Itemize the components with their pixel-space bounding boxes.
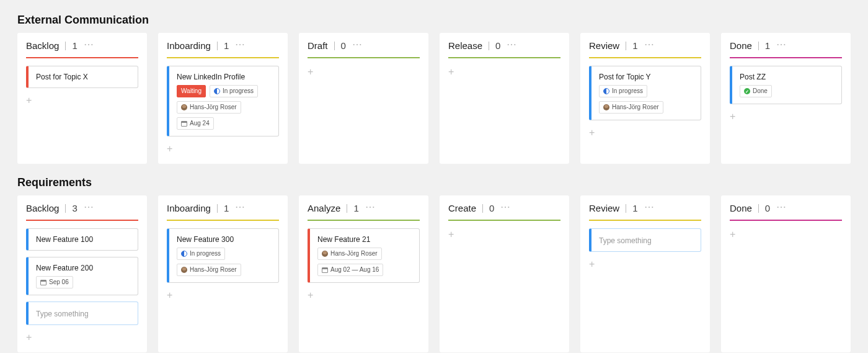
avatar-icon (603, 104, 609, 110)
add-card-button[interactable]: + (730, 110, 842, 123)
ellipsis-icon[interactable]: ⋯ (365, 202, 376, 212)
kanban-column: Review1⋯Post for Topic YIn progressHans-… (580, 33, 710, 164)
ellipsis-icon[interactable]: ⋯ (352, 40, 363, 50)
board-title: External Communication (17, 14, 851, 27)
add-card-button[interactable]: + (308, 66, 420, 78)
card-title: Post for Topic X (36, 73, 130, 81)
column-count: 1 (224, 203, 229, 213)
separator (334, 42, 335, 50)
column-underline (308, 220, 420, 221)
tag-text: Aug 24 (190, 118, 210, 128)
progress-icon (603, 88, 609, 94)
column-count: 1 (353, 203, 358, 213)
separator (65, 204, 66, 213)
add-card-button[interactable]: + (589, 258, 701, 270)
card[interactable]: New Feature 300In progressHans-Jörg Rose… (167, 228, 279, 283)
progress-icon (214, 88, 220, 94)
add-card-button[interactable]: + (167, 143, 279, 155)
tag-text: Hans-Jörg Roser (190, 265, 237, 275)
ellipsis-icon[interactable]: ⋯ (235, 202, 246, 212)
card[interactable]: Post for Topic X (26, 66, 138, 88)
column-header: Create0⋯ (448, 203, 560, 213)
column-header: Draft0⋯ (308, 40, 420, 51)
column-name: Inboarding (167, 203, 211, 213)
assignee-tag[interactable]: Hans-Jörg Roser (317, 248, 382, 260)
column-header: Done1⋯ (730, 40, 842, 51)
ellipsis-icon[interactable]: ⋯ (500, 202, 511, 212)
card[interactable]: New Feature 100 (26, 228, 138, 251)
status-tag-waiting[interactable]: Waiting (177, 85, 206, 97)
done-check-icon (744, 88, 750, 94)
column-header: Inboarding1⋯ (167, 40, 279, 51)
separator (347, 204, 347, 213)
column-underline (167, 220, 279, 221)
add-card-button[interactable]: + (730, 228, 842, 241)
kanban-column: Analyze1⋯New Feature 21Hans-Jörg RoserAu… (299, 195, 428, 352)
card-title: New Feature 21 (317, 235, 412, 244)
ellipsis-icon[interactable]: ⋯ (644, 202, 655, 212)
ellipsis-icon[interactable]: ⋯ (644, 40, 655, 50)
add-card-button[interactable]: + (589, 127, 701, 139)
ellipsis-icon[interactable]: ⋯ (84, 40, 94, 50)
column-name: Backlog (26, 203, 59, 213)
column-underline (589, 57, 701, 58)
card-tags: Done (740, 85, 834, 97)
assignee-tag[interactable]: Hans-Jörg Roser (599, 101, 663, 114)
ellipsis-icon[interactable]: ⋯ (235, 40, 246, 50)
kanban-column: Create0⋯+ (440, 195, 569, 352)
column-underline (589, 220, 701, 221)
card-title: New Feature 200 (36, 264, 130, 272)
add-card-button[interactable]: + (448, 228, 560, 241)
ellipsis-icon[interactable]: ⋯ (776, 40, 787, 50)
column-underline (167, 57, 279, 58)
column-count: 1 (632, 40, 637, 51)
column-count: 1 (72, 40, 77, 51)
separator (758, 42, 759, 50)
date-tag[interactable]: Sep 06 (36, 276, 73, 288)
separator (217, 204, 218, 213)
ellipsis-icon[interactable]: ⋯ (507, 40, 517, 50)
tag-text: Sep 06 (49, 277, 69, 287)
status-tag-in-progress[interactable]: In progress (177, 248, 225, 260)
card[interactable]: Post for Topic YIn progressHans-Jörg Ros… (589, 66, 701, 120)
kanban-column: Draft0⋯+ (299, 33, 428, 164)
date-tag[interactable]: Aug 24 (177, 117, 214, 130)
avatar-icon (181, 267, 187, 273)
kanban-column: Done0⋯+ (721, 195, 851, 352)
column-name: Inboarding (167, 40, 211, 51)
status-tag-in-progress[interactable]: In progress (210, 85, 258, 97)
column-count: 3 (72, 203, 77, 213)
new-card-input-wrap[interactable] (26, 302, 138, 325)
add-card-button[interactable]: + (26, 331, 138, 344)
date-tag[interactable]: Aug 02 — Aug 16 (317, 264, 383, 276)
separator (758, 204, 759, 213)
new-card-input[interactable] (36, 310, 130, 318)
column-name: Release (448, 40, 482, 51)
tag-text: In progress (223, 86, 254, 96)
ellipsis-icon[interactable]: ⋯ (776, 202, 787, 212)
column-underline (26, 220, 138, 221)
card[interactable]: New Feature 21Hans-Jörg RoserAug 02 — Au… (308, 228, 420, 283)
add-card-button[interactable]: + (308, 289, 420, 302)
separator (65, 42, 66, 50)
kanban-column: Inboarding1⋯New LinkedIn ProfileWaitingI… (158, 33, 288, 164)
assignee-tag[interactable]: Hans-Jörg Roser (177, 101, 241, 114)
column-count: 1 (224, 40, 229, 51)
new-card-input-wrap[interactable] (589, 228, 701, 252)
new-card-input[interactable] (599, 236, 693, 245)
column-underline (448, 57, 560, 58)
assignee-tag[interactable]: Hans-Jörg Roser (177, 264, 241, 276)
card[interactable]: New Feature 200Sep 06 (26, 257, 138, 295)
status-tag-done[interactable]: Done (740, 85, 772, 97)
card[interactable]: New LinkedIn ProfileWaitingIn progressHa… (167, 66, 279, 136)
card-title: New LinkedIn Profile (177, 73, 271, 81)
status-tag-in-progress[interactable]: In progress (599, 85, 647, 97)
separator (626, 42, 626, 50)
column-count: 0 (765, 203, 770, 213)
card-tags: Sep 06 (36, 276, 130, 288)
add-card-button[interactable]: + (26, 94, 138, 107)
add-card-button[interactable]: + (448, 66, 560, 78)
add-card-button[interactable]: + (167, 289, 279, 302)
card[interactable]: Post ZZDone (730, 66, 842, 104)
ellipsis-icon[interactable]: ⋯ (84, 202, 94, 212)
